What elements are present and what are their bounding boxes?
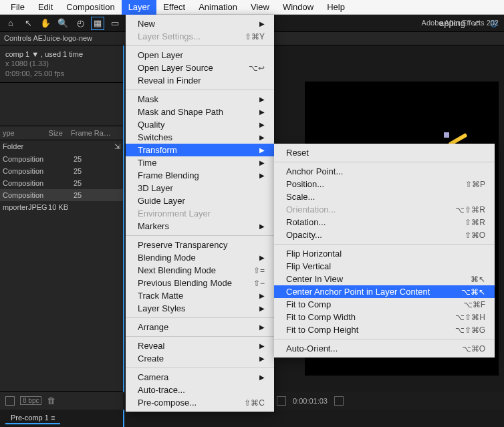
layer-handle[interactable]	[444, 132, 449, 138]
layer-menu-markers[interactable]: Markers▶	[126, 220, 274, 233]
layer-menu-separator	[126, 317, 274, 318]
project-row[interactable]: Composition25	[0, 189, 123, 201]
transform-menu-scale[interactable]: Scale...	[274, 190, 495, 203]
layer-menu-track-matte[interactable]: Track Matte▶	[126, 289, 274, 302]
transform-menu-opacity[interactable]: Opacity...⇧⌘O	[274, 229, 495, 241]
layer-menu-pre-compose[interactable]: Pre-compose...⇧⌘C	[126, 396, 274, 409]
layer-menu-separator	[126, 45, 274, 46]
layer-menu-3d-layer[interactable]: 3D Layer	[126, 182, 274, 194]
timeline-tab[interactable]: Pre-comp 1 ≡	[5, 412, 60, 424]
layer-menu: New▶Layer Settings...⇧⌘YOpen LayerOpen L…	[126, 15, 274, 412]
orbit-icon[interactable]: ◴	[74, 17, 87, 30]
hand-icon[interactable]: ✋	[39, 17, 52, 30]
layer-menu-mask-and-shape-path[interactable]: Mask and Shape Path▶	[126, 106, 274, 118]
layer-menu-environment-layer: Environment Layer	[126, 207, 274, 220]
comp-dim-line: x 1080 (1.33)	[5, 59, 118, 68]
layer-menu-open-layer[interactable]: Open Layer	[126, 49, 274, 61]
transform-menu-separator	[274, 162, 495, 162]
app-title: Adobe After Effects 202	[422, 19, 499, 27]
menubar-item-animation[interactable]: Animation	[192, 0, 244, 15]
layer-menu-separator	[126, 368, 274, 368]
region-icon[interactable]: ▦	[91, 17, 104, 30]
bin-icon[interactable]	[5, 396, 15, 406]
transform-menu-separator	[274, 339, 495, 339]
project-row[interactable]: mporterJPEG10 KB	[0, 201, 123, 213]
transform-menu-rotation[interactable]: Rotation...⇧⌘R	[274, 216, 495, 229]
transform-menu-flip-horizontal[interactable]: Flip Horizontal	[274, 247, 495, 260]
layer-menu-next-blending-mode[interactable]: Next Blending Mode⇧=	[126, 264, 274, 277]
timecode[interactable]: 0:00:01:03	[293, 397, 328, 405]
transform-menu-fit-to-comp[interactable]: Fit to Comp⌥⌘F	[274, 298, 495, 311]
layer-menu-layer-styles[interactable]: Layer Styles▶	[126, 302, 274, 315]
project-row[interactable]: Composition25	[0, 165, 123, 177]
project-row[interactable]: Composition25	[0, 177, 123, 189]
layer-menu-arrange[interactable]: Arrange▶	[126, 321, 274, 333]
layer-menu-create[interactable]: Create▶	[126, 352, 274, 365]
transform-menu-orientation: Orientation...⌥⇧⌘R	[274, 203, 495, 216]
menubar-item-layer[interactable]: Layer	[122, 0, 157, 15]
comp-fps-line: 0:09:00, 25.00 fps	[5, 69, 118, 78]
bpc-icon[interactable]: 8 bpc	[20, 396, 41, 405]
col-size-header[interactable]: Size	[39, 126, 66, 140]
layer-menu-quality[interactable]: Quality▶	[126, 118, 274, 131]
project-header-row: ype Size Frame Ra…	[0, 126, 123, 140]
layer-menu-camera[interactable]: Camera▶	[126, 371, 274, 384]
transform-menu-fit-to-comp-height[interactable]: Fit to Comp Height⌥⇧⌘G	[274, 323, 495, 336]
project-footer: 8 bpc 🗑	[0, 391, 123, 410]
home-icon[interactable]: ⌂	[4, 17, 17, 30]
rect-icon[interactable]: ▭	[108, 17, 122, 30]
layer-menu-separator	[126, 90, 274, 90]
transform-menu-separator	[274, 244, 495, 245]
menubar-item-effect[interactable]: Effect	[156, 0, 192, 15]
transform-submenu: ResetAnchor Point...Position...⇧⌘PScale.…	[274, 144, 495, 358]
trash-icon[interactable]: 🗑	[47, 396, 55, 406]
layer-menu-frame-blending[interactable]: Frame Blending▶	[126, 169, 274, 182]
zoom-icon[interactable]: 🔍	[56, 17, 70, 30]
layer-menu-separator	[126, 235, 274, 236]
transform-menu-flip-vertical[interactable]: Flip Vertical	[274, 260, 495, 273]
layer-menu-auto-trace[interactable]: Auto-trace...	[126, 384, 274, 396]
project-row[interactable]: Composition25	[0, 153, 123, 165]
layer-menu-time[interactable]: Time▶	[126, 156, 274, 169]
menubar-item-window[interactable]: Window	[276, 0, 320, 15]
menubar-item-help[interactable]: Help	[320, 0, 352, 15]
layer-menu-mask[interactable]: Mask▶	[126, 93, 274, 106]
layer-menu-reveal[interactable]: Reveal▶	[126, 339, 274, 352]
transform-menu-auto-orient[interactable]: Auto-Orient...⌥⌘O	[274, 342, 495, 355]
os-menubar: FileEditCompositionLayerEffectAnimationV…	[0, 0, 504, 15]
transform-menu-reset[interactable]: Reset	[274, 146, 495, 159]
transform-menu-anchor-point[interactable]: Anchor Point...	[274, 165, 495, 178]
layer-menu-new[interactable]: New▶	[126, 17, 274, 30]
col-type-header[interactable]: ype	[0, 126, 39, 140]
roi-icon[interactable]	[334, 396, 344, 406]
col-framerate-header[interactable]: Frame Ra…	[66, 126, 123, 140]
transform-menu-fit-to-comp-width[interactable]: Fit to Comp Width⌥⇧⌘H	[274, 311, 495, 323]
layer-menu-blending-mode[interactable]: Blending Mode▶	[126, 251, 274, 264]
timeline-tabs: Pre-comp 1 ≡	[0, 410, 123, 427]
mask-toggle-icon[interactable]	[277, 396, 286, 406]
transform-menu-position[interactable]: Position...⇧⌘P	[274, 178, 495, 190]
menubar-item-composition[interactable]: Composition	[59, 0, 121, 15]
layer-menu-open-layer-source[interactable]: Open Layer Source⌥↩	[126, 61, 274, 74]
menubar-item-view[interactable]: View	[244, 0, 276, 15]
layer-menu-switches[interactable]: Switches▶	[126, 131, 274, 144]
transform-menu-center-anchor-point-in-layer-content[interactable]: Center Anchor Point in Layer Content⌥⌘↖	[274, 285, 495, 298]
layer-menu-layer-settings: Layer Settings...⇧⌘Y	[126, 30, 274, 43]
project-row[interactable]: Folder ⇲	[0, 140, 123, 153]
menubar-item-file[interactable]: File	[4, 0, 31, 15]
comp-name-line: comp 1 ▼ , used 1 time	[5, 49, 118, 59]
layer-menu-transform[interactable]: Transform▶	[126, 144, 274, 156]
pointer-icon[interactable]: ↖	[21, 17, 35, 30]
project-table: ype Size Frame Ra… Folder ⇲Composition25…	[0, 126, 123, 213]
layer-menu-preserve-transparency[interactable]: Preserve Transparency	[126, 239, 274, 251]
transform-menu-center-in-view[interactable]: Center In View⌘↖	[274, 273, 495, 285]
comp-info: comp 1 ▼ , used 1 time x 1080 (1.33) 0:0…	[0, 45, 123, 83]
menubar-item-edit[interactable]: Edit	[31, 0, 59, 15]
project-panel: comp 1 ▼ , used 1 time x 1080 (1.33) 0:0…	[0, 45, 123, 427]
layer-menu-previous-blending-mode[interactable]: Previous Blending Mode⇧−	[126, 277, 274, 289]
layer-menu-reveal-in-finder[interactable]: Reveal in Finder	[126, 74, 274, 87]
layer-menu-separator	[126, 336, 274, 337]
layer-menu-guide-layer[interactable]: Guide Layer	[126, 194, 274, 207]
